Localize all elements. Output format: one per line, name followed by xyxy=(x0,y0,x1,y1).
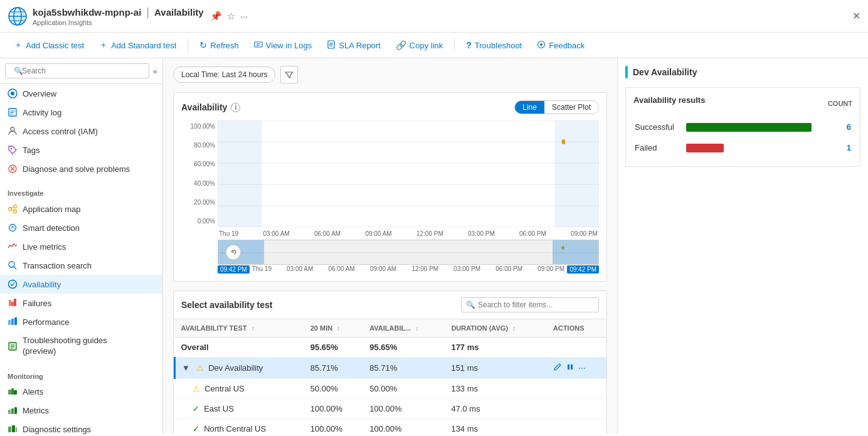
app-name-text: koja5sbwhikdw-mpnp-ai xyxy=(33,7,141,18)
page-header: koja5sbwhikdw-mpnp-ai | Availability App… xyxy=(0,0,868,33)
range-selector-area[interactable]: 09:42 PM Thu 19 03:00 AM 06:00 AM 09:00 … xyxy=(218,240,599,274)
svg-line-29 xyxy=(12,207,14,208)
search-input[interactable] xyxy=(5,63,149,78)
tags-icon xyxy=(8,145,18,155)
20min-cell: 95.65% xyxy=(304,338,364,358)
add-classic-label: Add Classic test xyxy=(26,41,84,50)
range-right-handle[interactable] xyxy=(553,240,598,264)
sidebar-item-transaction-search[interactable]: Transaction search xyxy=(0,256,162,275)
duration-cell: 177 ms xyxy=(445,338,547,358)
application-map-label: Application map xyxy=(23,205,81,214)
star-icon[interactable]: ☆ xyxy=(227,11,235,22)
svg-point-21 xyxy=(11,127,14,131)
sidebar-item-alerts[interactable]: Alerts xyxy=(0,383,162,401)
actions-cell xyxy=(547,379,606,399)
table-title: Select availability test xyxy=(181,300,273,310)
collapse-icon[interactable]: « xyxy=(153,66,157,76)
svg-rect-68 xyxy=(571,364,573,370)
view-in-logs-button[interactable]: View in Logs xyxy=(248,37,318,54)
duration-cell: 134 ms xyxy=(445,419,547,435)
overview-icon xyxy=(8,88,18,98)
table-row[interactable]: ▼ ⚠ Dev Availability 85.71% 85.71% 151 m… xyxy=(175,358,607,379)
copy-link-icon: 🔗 xyxy=(396,40,406,50)
sidebar-item-tags[interactable]: Tags xyxy=(0,141,162,159)
availability-cell: 100.00% xyxy=(363,399,445,419)
table-header: AVAILABILITY TEST ↕ 20 MIN ↕ AVAILABIL..… xyxy=(175,319,607,338)
add-classic-icon: ＋ xyxy=(14,40,23,51)
svg-rect-51 xyxy=(11,408,14,414)
expand-icon[interactable]: ▼ xyxy=(182,363,190,373)
availability-table: AVAILABILITY TEST ↕ 20 MIN ↕ AVAILABIL..… xyxy=(174,319,606,434)
table-search-input[interactable] xyxy=(461,297,599,312)
availability-label: Availability xyxy=(23,280,61,289)
add-classic-test-button[interactable]: ＋ Add Classic test xyxy=(8,36,90,54)
time-filter-button[interactable]: Local Time: Last 24 hours xyxy=(173,66,275,83)
result-count-successful: 6 xyxy=(832,117,851,137)
col-actions: ACTIONS xyxy=(547,319,606,338)
sidebar-item-availability[interactable]: Availability xyxy=(0,275,162,294)
successful-count-link[interactable]: 6 xyxy=(847,122,851,132)
svg-point-32 xyxy=(12,226,13,227)
refresh-button[interactable]: ↻ Refresh xyxy=(193,37,245,53)
troubleshooting-guides-label: Troubleshooting guides(preview) xyxy=(23,336,107,357)
sidebar-search-container: 🔍 « xyxy=(0,58,162,84)
more-icon[interactable]: ··· xyxy=(240,11,248,22)
table-row: Overall 95.65% 95.65% 177 ms xyxy=(175,338,607,358)
metrics-icon xyxy=(8,406,18,416)
sidebar-item-metrics[interactable]: Metrics xyxy=(0,401,162,420)
sidebar-item-failures[interactable]: Failures xyxy=(0,294,162,312)
sidebar-item-application-map[interactable]: Application map xyxy=(0,199,162,218)
more-action-button[interactable]: ··· xyxy=(578,363,586,373)
svg-rect-55 xyxy=(16,427,17,432)
sidebar-item-activity-log[interactable]: Activity log xyxy=(0,103,162,122)
col-availability: AVAILABIL... ↕ xyxy=(363,319,445,338)
edit-action-button[interactable] xyxy=(553,363,562,373)
svg-line-34 xyxy=(14,267,16,269)
svg-point-31 xyxy=(9,225,16,231)
sidebar-item-smart-detection[interactable]: Smart detection xyxy=(0,218,162,237)
svg-rect-41 xyxy=(14,317,17,325)
svg-rect-40 xyxy=(11,319,14,325)
diagnostic-settings-label: Diagnostic settings xyxy=(23,425,91,434)
add-standard-test-button[interactable]: ＋ Add Standard test xyxy=(93,36,183,54)
feedback-button[interactable]: Feedback xyxy=(531,37,591,54)
sidebar-item-troubleshooting-guides[interactable]: Troubleshooting guides(preview) xyxy=(0,331,162,361)
table-section: Select availability test 🔍 AVAILABILITY … xyxy=(173,290,607,434)
scatter-chart-button[interactable]: Scatter Plot xyxy=(544,101,598,114)
chart-info-icon[interactable]: i xyxy=(231,103,240,112)
content-area: Local Time: Last 24 hours Availability i… xyxy=(163,58,617,434)
sidebar-item-diagnose[interactable]: Diagnose and solve problems xyxy=(0,159,162,178)
filter-icon[interactable] xyxy=(280,66,298,83)
sla-report-button[interactable]: SLA Report xyxy=(320,37,387,54)
pause-action-button[interactable] xyxy=(566,363,574,373)
live-metrics-icon xyxy=(8,242,18,252)
copy-link-button[interactable]: 🔗 Copy link xyxy=(389,37,449,53)
application-map-icon xyxy=(8,204,18,214)
svg-rect-67 xyxy=(568,364,569,370)
test-name-cell: ✓ East US xyxy=(175,399,304,419)
troubleshoot-button[interactable]: ? Troubleshoot xyxy=(460,37,528,53)
svg-rect-36 xyxy=(9,300,11,306)
duration-cell: 47.0 ms xyxy=(445,399,547,419)
svg-rect-49 xyxy=(14,390,17,395)
sidebar-item-diagnostic-settings[interactable]: Diagnostic settings xyxy=(0,420,162,434)
sidebar-item-live-metrics[interactable]: Live metrics xyxy=(0,237,162,256)
monitoring-section-label: Monitoring xyxy=(0,366,162,383)
success-icon: ✓ xyxy=(193,424,199,433)
svg-rect-54 xyxy=(12,425,15,432)
activity-log-icon xyxy=(8,107,18,117)
line-chart-button[interactable]: Line xyxy=(515,101,544,114)
sidebar-item-overview[interactable]: Overview xyxy=(0,84,162,103)
panel-title: Dev Availability xyxy=(625,66,860,78)
failed-count-link[interactable]: 1 xyxy=(847,143,851,152)
chart-back-button[interactable] xyxy=(226,245,241,260)
range-selector[interactable]: 09:42 PM Thu 19 03:00 AM 06:00 AM 09:00 … xyxy=(181,240,599,274)
svg-rect-64 xyxy=(554,120,599,227)
range-left-handle[interactable] xyxy=(218,240,264,264)
pin-icon[interactable]: 📌 xyxy=(210,11,222,22)
sidebar-item-iam[interactable]: Access control (IAM) xyxy=(0,122,162,141)
close-icon[interactable]: ✕ xyxy=(852,10,860,22)
performance-label: Performance xyxy=(23,317,69,327)
test-name-cell: ⚠ Central US xyxy=(175,379,304,399)
sidebar-item-performance[interactable]: Performance xyxy=(0,312,162,331)
